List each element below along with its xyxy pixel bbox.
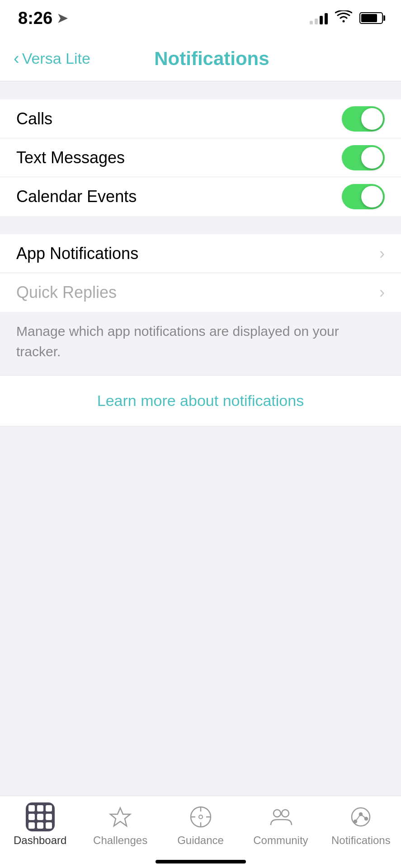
community-tab-label: Community: [253, 834, 308, 847]
tab-challenges[interactable]: Challenges: [80, 803, 160, 847]
calls-toggle[interactable]: [342, 106, 385, 132]
calls-setting-item: Calls: [0, 99, 401, 138]
wifi-icon: [335, 10, 352, 26]
svg-point-9: [352, 808, 370, 826]
section-spacer-1: [0, 81, 401, 99]
learn-more-link[interactable]: Learn more about notifications: [97, 392, 304, 409]
svg-point-7: [274, 810, 281, 817]
status-bar: 8:26 ➤: [0, 0, 401, 36]
svg-point-2: [199, 815, 203, 819]
svg-marker-0: [110, 808, 130, 826]
tab-bar: Dashboard Challenges Guidance: [0, 796, 401, 868]
text-messages-toggle[interactable]: [342, 145, 385, 170]
toggle-settings-group: Calls Text Messages Calendar Events: [0, 99, 401, 216]
dashboard-icon: [27, 803, 54, 830]
guidance-icon: [187, 803, 214, 830]
page-title: Notifications: [90, 48, 333, 70]
learn-more-section: Learn more about notifications: [0, 375, 401, 426]
dashboard-tab-label: Dashboard: [14, 834, 66, 847]
time-display: 8:26: [18, 9, 52, 28]
text-messages-setting-item: Text Messages: [0, 138, 401, 177]
svg-point-8: [282, 810, 289, 817]
app-notifications-label: App Notifications: [16, 244, 138, 263]
quick-replies-label: Quick Replies: [16, 283, 117, 302]
text-messages-label: Text Messages: [16, 148, 125, 167]
grid-icon: [28, 805, 52, 829]
menu-settings-group: App Notifications › Quick Replies ›: [0, 234, 401, 312]
calendar-events-toggle-knob: [361, 186, 383, 208]
svg-line-13: [355, 814, 361, 821]
svg-line-14: [361, 814, 366, 819]
text-messages-toggle-knob: [361, 147, 383, 169]
quick-replies-item[interactable]: Quick Replies ›: [0, 273, 401, 312]
notifications-icon: [347, 803, 374, 830]
calls-label: Calls: [16, 109, 52, 128]
back-chevron-icon: ‹: [14, 49, 19, 68]
section-spacer-2: [0, 216, 401, 234]
nav-header: ‹ Versa Lite Notifications: [0, 36, 401, 81]
tab-community[interactable]: Community: [241, 803, 321, 847]
empty-space: [0, 426, 401, 833]
signal-icon: [310, 12, 328, 24]
guidance-tab-label: Guidance: [177, 834, 224, 847]
location-icon: ➤: [57, 11, 67, 26]
calendar-events-label: Calendar Events: [16, 187, 137, 206]
section-description: Manage which app notifications are displ…: [0, 312, 401, 375]
battery-icon: [359, 12, 383, 24]
status-icons: [310, 10, 383, 26]
calendar-events-setting-item: Calendar Events: [0, 177, 401, 216]
tab-guidance[interactable]: Guidance: [160, 803, 241, 847]
app-notifications-chevron-icon: ›: [379, 244, 385, 263]
home-indicator: [156, 860, 246, 863]
back-label: Versa Lite: [22, 50, 90, 67]
app-notifications-item[interactable]: App Notifications ›: [0, 234, 401, 273]
notifications-tab-label: Notifications: [331, 834, 391, 847]
challenges-tab-label: Challenges: [93, 834, 147, 847]
calls-toggle-knob: [361, 108, 383, 130]
tab-notifications[interactable]: Notifications: [321, 803, 401, 847]
status-time: 8:26 ➤: [18, 9, 67, 28]
community-icon: [267, 803, 294, 830]
back-button[interactable]: ‹ Versa Lite: [14, 49, 90, 68]
calendar-events-toggle[interactable]: [342, 184, 385, 209]
challenges-icon: [107, 803, 134, 830]
tab-dashboard[interactable]: Dashboard: [0, 803, 80, 847]
quick-replies-chevron-icon: ›: [379, 283, 385, 302]
